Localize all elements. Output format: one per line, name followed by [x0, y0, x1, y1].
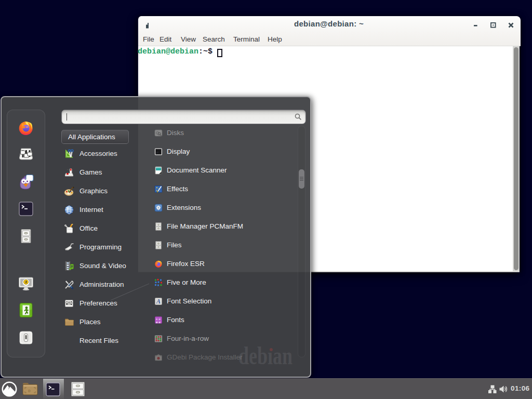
svg-text:D: D [28, 389, 31, 393]
